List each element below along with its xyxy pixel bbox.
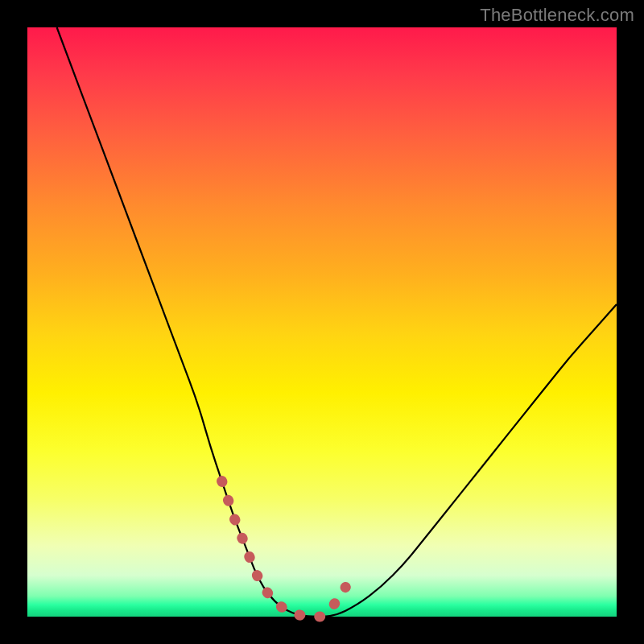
chart-frame: TheBottleneck.com — [0, 0, 644, 644]
bottleneck-curve — [57, 27, 617, 617]
curve-svg — [27, 27, 617, 617]
plot-area — [27, 27, 617, 617]
watermark-text: TheBottleneck.com — [480, 5, 634, 26]
highlight-markers — [222, 481, 346, 617]
